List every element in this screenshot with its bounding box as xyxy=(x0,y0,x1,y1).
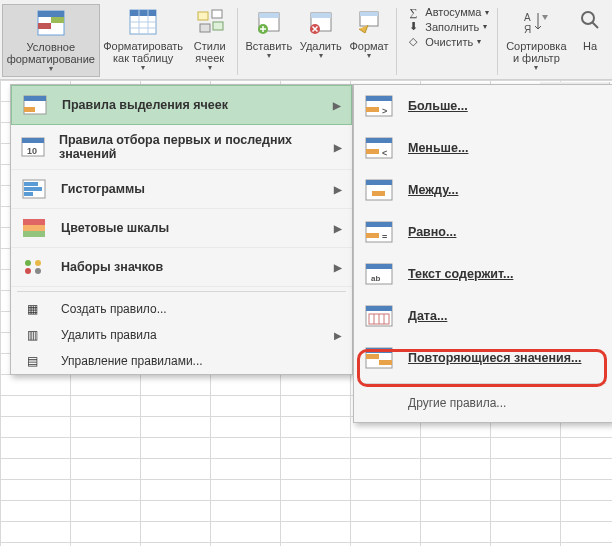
clear-button[interactable]: ◇Очистить ▾ xyxy=(405,35,489,48)
svg-rect-3 xyxy=(51,17,64,23)
top-bottom-rules-item[interactable]: 10 Правила отбора первых и последних зна… xyxy=(11,125,352,170)
format-icon xyxy=(353,6,385,38)
autosum-button[interactable]: ∑Автосумма ▾ xyxy=(405,6,489,18)
more-rules-item[interactable]: Другие правила... xyxy=(354,388,612,418)
fill-button[interactable]: ⬇Заполнить ▾ xyxy=(405,20,489,33)
cell-styles-icon xyxy=(194,6,226,38)
svg-text:А: А xyxy=(524,12,531,23)
highlight-cells-label: Правила выделения ячеек xyxy=(62,98,228,112)
format-as-table-label: Форматировать как таблицу xyxy=(103,40,183,64)
equal-to-item[interactable]: = Равно... xyxy=(354,211,612,253)
svg-rect-52 xyxy=(366,180,392,185)
greater-than-icon: > xyxy=(364,94,394,118)
svg-rect-5 xyxy=(130,10,156,16)
svg-rect-69 xyxy=(366,354,379,359)
format-button[interactable]: Формат ▾ xyxy=(346,4,393,63)
top-bottom-icon: 10 xyxy=(21,136,45,158)
svg-text:<: < xyxy=(382,148,387,158)
find-select-button[interactable]: На xyxy=(570,4,610,54)
submenu-arrow-icon: ▶ xyxy=(334,142,342,153)
greater-than-item[interactable]: > Больше... xyxy=(354,85,612,127)
cell-styles-label: Стили ячеек xyxy=(194,40,226,64)
conditional-formatting-label: Условное форматирование xyxy=(7,41,95,65)
svg-rect-30 xyxy=(22,138,44,143)
autosum-label: Автосумма xyxy=(425,6,481,18)
svg-rect-1 xyxy=(38,11,64,17)
svg-text:ab: ab xyxy=(371,274,380,283)
sort-filter-button[interactable]: АЯ Сортировка и фильтр ▾ xyxy=(502,4,570,75)
icon-sets-icon xyxy=(21,256,47,278)
dropdown-arrow-icon: ▾ xyxy=(267,52,271,61)
menu-separator xyxy=(17,291,346,292)
dropdown-arrow-icon: ▾ xyxy=(49,65,53,74)
between-item[interactable]: Между... xyxy=(354,169,612,211)
conditional-formatting-button[interactable]: Условное форматирование ▾ xyxy=(2,4,100,77)
svg-rect-2 xyxy=(38,23,51,29)
cell-styles-button[interactable]: Стили ячеек ▾ xyxy=(187,4,233,75)
submenu-arrow-icon: ▶ xyxy=(334,330,342,341)
date-label: Дата... xyxy=(408,309,447,323)
svg-point-40 xyxy=(35,260,41,266)
data-bars-label: Гистограммы xyxy=(61,182,145,196)
new-rule-item[interactable]: ▦ Создать правило... xyxy=(11,296,352,322)
less-than-item[interactable]: < Меньше... xyxy=(354,127,612,169)
dropdown-arrow-icon: ▾ xyxy=(534,64,538,73)
format-as-table-button[interactable]: Форматировать как таблицу ▾ xyxy=(100,4,187,75)
svg-rect-18 xyxy=(311,13,331,18)
svg-rect-34 xyxy=(24,187,42,191)
data-bars-item[interactable]: Гистограммы ▶ xyxy=(11,170,352,209)
more-rules-label: Другие правила... xyxy=(408,396,506,410)
less-than-label: Меньше... xyxy=(408,141,468,155)
icon-sets-label: Наборы значков xyxy=(61,260,163,274)
svg-rect-10 xyxy=(198,12,208,20)
dropdown-arrow-icon: ▾ xyxy=(367,52,371,61)
clear-label: Очистить xyxy=(425,36,473,48)
svg-rect-49 xyxy=(366,149,379,154)
separator xyxy=(237,8,238,75)
svg-rect-53 xyxy=(372,191,385,196)
svg-rect-62 xyxy=(366,306,392,311)
fill-down-icon: ⬇ xyxy=(405,20,421,33)
text-contains-label: Текст содержит... xyxy=(408,267,513,281)
submenu-arrow-icon: ▶ xyxy=(334,262,342,273)
color-scales-icon xyxy=(21,217,47,239)
manage-rules-label: Управление правилами... xyxy=(61,354,203,368)
ribbon: Условное форматирование ▾ Форматировать … xyxy=(0,0,612,80)
sort-filter-icon: АЯ xyxy=(520,6,552,38)
svg-line-25 xyxy=(592,22,598,28)
conditional-formatting-icon xyxy=(35,7,67,39)
dropdown-arrow-icon: ▾ xyxy=(477,37,481,46)
svg-rect-48 xyxy=(366,138,392,143)
dropdown-arrow-icon: ▾ xyxy=(208,64,212,73)
svg-rect-35 xyxy=(24,192,33,196)
icon-sets-item[interactable]: Наборы значков ▶ xyxy=(11,248,352,287)
delete-button[interactable]: Удалить ▾ xyxy=(296,4,346,63)
svg-rect-15 xyxy=(259,13,279,18)
insert-button[interactable]: Вставить ▾ xyxy=(242,4,296,63)
date-item[interactable]: Дата... xyxy=(354,295,612,337)
submenu-arrow-icon: ▶ xyxy=(334,223,342,234)
new-rule-icon: ▦ xyxy=(27,302,45,316)
svg-rect-38 xyxy=(23,231,45,237)
submenu-arrow-icon: ▶ xyxy=(333,100,341,111)
top-bottom-label: Правила отбора первых и последних значен… xyxy=(59,133,320,161)
sort-filter-label: Сортировка и фильтр xyxy=(506,40,566,64)
highlight-cells-rules-item[interactable]: Правила выделения ячеек ▶ xyxy=(11,85,352,125)
svg-rect-37 xyxy=(23,225,45,231)
svg-rect-45 xyxy=(366,107,379,112)
find-label: На xyxy=(583,40,597,52)
clear-rules-label: Удалить правила xyxy=(61,328,157,342)
text-contains-item[interactable]: ab Текст содержит... xyxy=(354,253,612,295)
text-contains-icon: ab xyxy=(364,262,394,286)
svg-point-42 xyxy=(35,268,41,274)
eraser-icon: ◇ xyxy=(405,35,421,48)
clear-rules-item[interactable]: ▥ Удалить правила ▶ xyxy=(11,322,352,348)
svg-rect-56 xyxy=(366,233,379,238)
duplicate-values-item[interactable]: Повторяющиеся значения... xyxy=(354,337,612,379)
manage-rules-item[interactable]: ▤ Управление правилами... xyxy=(11,348,352,374)
svg-rect-33 xyxy=(24,182,38,186)
color-scales-item[interactable]: Цветовые шкалы ▶ xyxy=(11,209,352,248)
dropdown-arrow-icon: ▾ xyxy=(141,64,145,73)
svg-rect-21 xyxy=(360,12,378,16)
separator xyxy=(396,8,397,75)
